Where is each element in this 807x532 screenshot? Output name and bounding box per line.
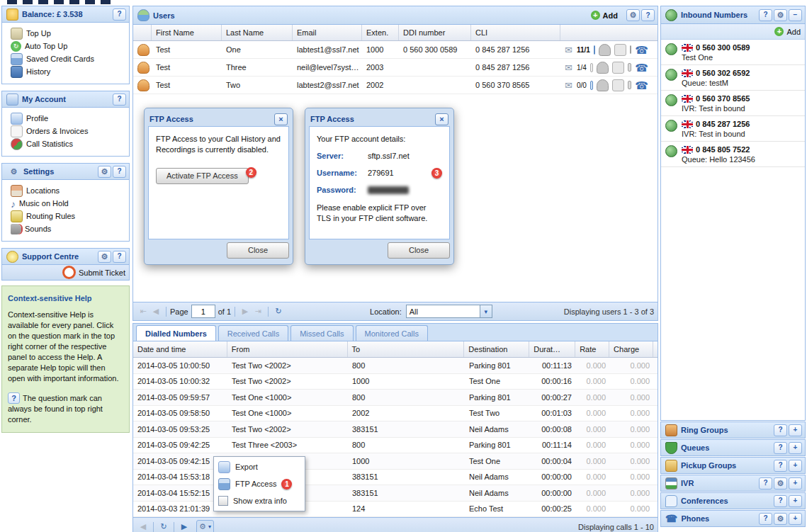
user-disable-icon[interactable]: [599, 44, 611, 56]
voicemail-icon[interactable]: ✉: [565, 45, 572, 55]
user-row[interactable]: Test Two labtest2@ssl7.net 2002 0 560 37…: [133, 77, 658, 94]
user-disable-icon[interactable]: [597, 79, 609, 91]
close-icon[interactable]: ×: [274, 113, 288, 125]
col-exten[interactable]: Exten.: [362, 25, 399, 40]
gear-button[interactable]: ⚙: [626, 9, 640, 21]
submit-ticket-button[interactable]: Submit Ticket: [62, 266, 125, 279]
tab-monitored-calls[interactable]: Monitored Calls: [356, 325, 428, 341]
voicemail-icon[interactable]: ✉: [565, 63, 572, 72]
phone-icon[interactable]: ☎: [635, 45, 648, 55]
help-button[interactable]: ?: [774, 460, 787, 472]
expand-button[interactable]: +: [789, 424, 802, 436]
sidebar-item-routing-rules[interactable]: Routing Rules: [11, 210, 126, 222]
location-select[interactable]: All ▾: [406, 305, 492, 318]
help-button[interactable]: ?: [113, 166, 126, 178]
sidebar-item-sounds[interactable]: Sounds: [11, 222, 126, 235]
chat-icon[interactable]: [590, 81, 594, 90]
sidebar-item-auto-top-up[interactable]: ↻ Auto Top Up: [11, 40, 126, 52]
user-disable-icon[interactable]: [597, 62, 609, 74]
call-row[interactable]: 2014-03-05 09:53:25 Test Two <2002> 3831…: [133, 421, 658, 438]
sidebar-item-call-statistics[interactable]: Call Statistics: [11, 137, 126, 150]
inbound-number-item[interactable]: 0 560 370 8565 IVR: Test in bound: [661, 91, 805, 116]
tab-received-calls[interactable]: Received Calls: [218, 325, 288, 341]
call-row[interactable]: 2014-03-05 10:00:32 Test Two <2002> 1000…: [133, 374, 658, 390]
col-duration[interactable]: Durat…: [529, 341, 575, 357]
recordings-icon[interactable]: [628, 81, 631, 89]
pickup-groups-panel-header[interactable]: Pickup Groups ? +: [660, 457, 806, 474]
forward-page-icon[interactable]: [614, 44, 626, 56]
col-ddi[interactable]: DDI number: [399, 25, 471, 40]
gear-button[interactable]: ⚙: [774, 9, 787, 21]
col-rate[interactable]: Rate: [575, 341, 609, 357]
sidebar-item-saved-credit-cards[interactable]: Saved Credit Cards: [11, 52, 126, 65]
expand-button[interactable]: +: [789, 495, 802, 507]
help-button[interactable]: ?: [774, 442, 787, 454]
ivr-panel-header[interactable]: IVR ? ⚙ +: [660, 475, 806, 492]
expand-button[interactable]: +: [789, 477, 802, 489]
close-button[interactable]: Close: [227, 242, 289, 259]
sidebar-item-music-on-hold[interactable]: ♪ Music on Hold: [11, 197, 126, 210]
next-page-button[interactable]: ▶: [178, 521, 191, 532]
inbound-number-item[interactable]: 0 845 805 7522 Queue: Hello 123456: [661, 142, 805, 167]
activate-ftp-button[interactable]: Activate FTP Access: [156, 168, 249, 184]
sidebar-item-history[interactable]: History: [11, 65, 126, 78]
chat-icon[interactable]: [590, 63, 594, 72]
gear-button[interactable]: ⚙: [98, 166, 111, 178]
col-charge[interactable]: Charge: [609, 341, 653, 357]
conferences-panel-header[interactable]: Conferences ? +: [660, 492, 806, 509]
sidebar-item-top-up[interactable]: Top Up: [11, 27, 126, 40]
call-row[interactable]: 2014-03-05 09:42:25 Test Three <2003> 80…: [133, 438, 658, 454]
refresh-button[interactable]: ↻: [272, 305, 285, 318]
voicemail-icon[interactable]: ✉: [565, 81, 572, 90]
call-row[interactable]: 2014-03-03 21:01:39 124 Echo Test 00:00:…: [133, 502, 658, 518]
phone-icon[interactable]: ☎: [635, 62, 648, 73]
col-first-name[interactable]: First Name: [152, 25, 222, 40]
ring-groups-panel-header[interactable]: Ring Groups ? +: [660, 421, 806, 438]
recordings-icon[interactable]: [630, 45, 631, 54]
inbound-number-item[interactable]: 0 560 300 0589 Test One: [661, 40, 805, 65]
call-row[interactable]: 2014-03-05 09:58:50 Test One <1000> 2002…: [133, 406, 658, 422]
menu-item-ftp-access[interactable]: FTP Access 1: [215, 475, 303, 492]
sidebar-item-orders-invoices[interactable]: Orders & Invoices: [11, 125, 126, 137]
col-last-name[interactable]: Last Name: [222, 25, 293, 40]
page-input[interactable]: [191, 305, 215, 318]
forward-page-icon[interactable]: [612, 62, 624, 74]
collapse-button[interactable]: −: [789, 9, 802, 21]
call-row[interactable]: 2014-03-05 10:00:50 Test Two <2002> 800 …: [133, 358, 658, 374]
help-button[interactable]: ?: [774, 424, 787, 436]
inbound-number-item[interactable]: 0 845 287 1256 IVR: Test in bound: [661, 116, 805, 142]
call-row[interactable]: 2014-03-04 15:52:15 383151 Neil Adams 00…: [133, 485, 658, 502]
sidebar-item-locations[interactable]: Locations: [11, 184, 126, 197]
last-page-button[interactable]: ⇥: [252, 305, 264, 318]
col-cli[interactable]: CLI: [471, 25, 560, 40]
forward-page-icon[interactable]: [612, 79, 624, 91]
help-button[interactable]: ?: [759, 9, 772, 21]
help-button[interactable]: ?: [759, 477, 772, 489]
expand-button[interactable]: +: [789, 442, 802, 454]
prev-page-button[interactable]: ◀: [149, 305, 162, 318]
help-button[interactable]: ?: [113, 251, 126, 263]
chat-icon[interactable]: [594, 45, 595, 55]
help-button[interactable]: ?: [113, 94, 126, 106]
col-destination[interactable]: Destination: [464, 341, 529, 357]
call-row[interactable]: 2014-03-04 15:53:18 383151 Neil Adams 00…: [133, 470, 658, 486]
expand-button[interactable]: +: [789, 513, 802, 525]
inbound-number-item[interactable]: 0 560 302 6592 Queue: testM: [661, 65, 805, 91]
tab-missed-calls[interactable]: Missed Calls: [290, 325, 353, 341]
refresh-button[interactable]: ↻: [157, 521, 170, 532]
col-date-time[interactable]: Date and time: [133, 341, 227, 357]
col-to[interactable]: To: [348, 341, 465, 357]
first-page-button[interactable]: ⇤: [137, 305, 149, 318]
call-row[interactable]: 2014-03-05 09:42:15 Test Three <2003> 10…: [133, 453, 658, 470]
help-button[interactable]: ?: [759, 513, 772, 525]
gear-button[interactable]: ⚙: [774, 477, 787, 489]
queues-panel-header[interactable]: Queues ? +: [660, 439, 806, 456]
gear-button[interactable]: ⚙: [774, 513, 787, 525]
call-row[interactable]: 2014-03-05 09:59:57 Test One <1000> 800 …: [133, 390, 658, 406]
menu-item-show-extra-info[interactable]: Show extra info: [215, 492, 303, 509]
recordings-icon[interactable]: [628, 63, 631, 72]
col-email[interactable]: Email: [293, 25, 362, 40]
calls-options-button[interactable]: ⚙ ▾: [196, 520, 214, 532]
help-button[interactable]: ?: [774, 495, 787, 507]
menu-item-export[interactable]: Export: [215, 458, 303, 475]
